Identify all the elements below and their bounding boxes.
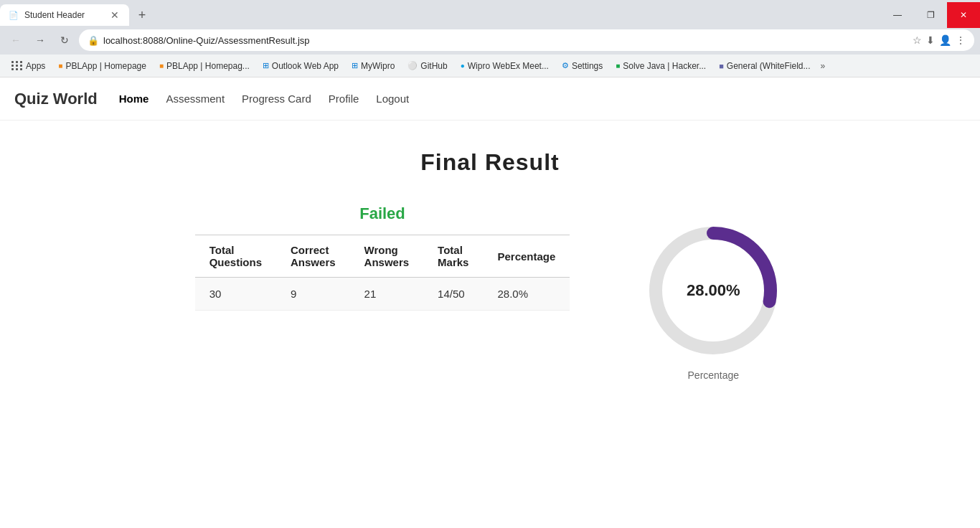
result-area: Failed TotalQuestions CorrectAnswers Wro… [95, 204, 885, 381]
account-icon[interactable]: 👤 [939, 34, 951, 46]
new-tab-button[interactable]: + [132, 5, 152, 25]
bookmark-icon-settings: ⚙ [562, 61, 569, 70]
bookmark-icon[interactable]: ☆ [913, 34, 922, 46]
col-header-total-marks: TotalMarks [423, 235, 483, 278]
chart-section: 28.00% Percentage [641, 219, 785, 381]
bookmark-icon-pblapp1: ■ [58, 62, 62, 70]
forward-button[interactable]: → [30, 30, 50, 50]
cell-total-marks: 14/50 [423, 278, 483, 311]
percentage-center-text: 28.00% [687, 281, 740, 300]
col-header-wrong-answers: WrongAnswers [350, 235, 424, 278]
col-header-percentage: Percentage [483, 235, 570, 278]
url-display: localhost:8088/Online-Quiz/AssessmentRes… [103, 35, 908, 46]
lock-icon: 🔒 [88, 35, 99, 46]
page-title: Final Result [420, 149, 559, 176]
address-icons: ☆ ⬇ 👤 ⋮ [913, 34, 966, 46]
tab-page-icon: 📄 [9, 11, 19, 20]
nav-link-home[interactable]: Home [119, 93, 149, 105]
bookmark-icon-general: ■ [719, 62, 724, 70]
bookmarks-more[interactable]: » [821, 61, 826, 71]
apps-label: Apps [26, 61, 45, 71]
nav-link-assessment[interactable]: Assessment [166, 93, 225, 105]
bookmark-pblapp1[interactable]: ■ PBLApp | Homepage [52, 60, 152, 72]
nav-link-profile[interactable]: Profile [329, 93, 359, 105]
address-box[interactable]: 🔒 localhost:8088/Online-Quiz/AssessmentR… [79, 29, 974, 51]
site-nav: Quiz World Home Assessment Progress Card… [0, 77, 980, 121]
bookmark-outlook[interactable]: ⊞ Outlook Web App [257, 60, 344, 72]
status-label: Failed [359, 204, 405, 223]
minimize-button[interactable]: — [881, 2, 914, 28]
bookmarks-apps[interactable]: Apps [6, 60, 51, 72]
bookmark-webex[interactable]: ● Wipro WebEx Meet... [455, 60, 555, 72]
donut-chart: 28.00% [641, 219, 785, 362]
bookmark-settings[interactable]: ⚙ Settings [556, 60, 608, 72]
bookmark-icon-webex: ● [461, 62, 465, 70]
back-button[interactable]: ← [6, 30, 26, 50]
cell-total-questions: 30 [195, 278, 276, 311]
bookmark-icon-github: ⚪ [407, 61, 418, 70]
bookmark-mywipro[interactable]: ⊞ MyWipro [346, 60, 400, 72]
chart-label: Percentage [688, 369, 740, 381]
cell-percentage: 28.0% [483, 278, 570, 311]
nav-link-progress-card[interactable]: Progress Card [242, 93, 311, 105]
menu-icon[interactable]: ⋮ [956, 34, 966, 46]
table-header-row: TotalQuestions CorrectAnswers WrongAnswe… [195, 235, 570, 278]
bookmark-pblapp2[interactable]: ■ PBLApp | Homepag... [154, 60, 255, 72]
bookmark-github[interactable]: ⚪ GitHub [402, 60, 453, 72]
cell-wrong-answers: 21 [350, 278, 424, 311]
col-header-correct-answers: CorrectAnswers [276, 235, 350, 278]
download-icon[interactable]: ⬇ [926, 34, 935, 46]
nav-link-logout[interactable]: Logout [376, 93, 409, 105]
bookmark-icon-hackerrank: ■ [616, 62, 620, 70]
tab-title: Student Header [24, 10, 85, 20]
site-brand: Quiz World [14, 90, 98, 108]
tab-close-button[interactable]: ✕ [109, 9, 121, 21]
col-header-total-questions: TotalQuestions [195, 235, 276, 278]
bookmark-general[interactable]: ■ General (WhiteField... [713, 60, 816, 72]
address-bar-row: ← → ↻ 🔒 localhost:8088/Online-Quiz/Asses… [0, 26, 980, 55]
result-table: TotalQuestions CorrectAnswers WrongAnswe… [195, 235, 570, 311]
reload-button[interactable]: ↻ [55, 30, 75, 50]
maximize-button[interactable]: ❐ [914, 2, 947, 28]
bookmark-icon-outlook: ⊞ [263, 61, 269, 70]
bookmark-icon-pblapp2: ■ [159, 62, 164, 70]
result-table-section: Failed TotalQuestions CorrectAnswers Wro… [195, 204, 570, 311]
bookmark-hackerrank[interactable]: ■ Solve Java | Hacker... [610, 60, 712, 72]
apps-icon [11, 61, 23, 70]
window-controls: — ❐ ✕ [881, 2, 980, 28]
nav-links: Home Assessment Progress Card Profile Lo… [119, 93, 410, 105]
bookmark-icon-mywipro: ⊞ [352, 61, 358, 70]
main-content: Final Result Failed TotalQuestions Corre… [0, 121, 980, 410]
cell-correct-answers: 9 [276, 278, 350, 311]
table-row: 30 9 21 14/50 28.0% [195, 278, 570, 311]
bookmarks-bar: Apps ■ PBLApp | Homepage ■ PBLApp | Home… [0, 55, 980, 77]
close-button[interactable]: ✕ [947, 2, 980, 28]
browser-tab[interactable]: 📄 Student Header ✕ [0, 4, 129, 26]
